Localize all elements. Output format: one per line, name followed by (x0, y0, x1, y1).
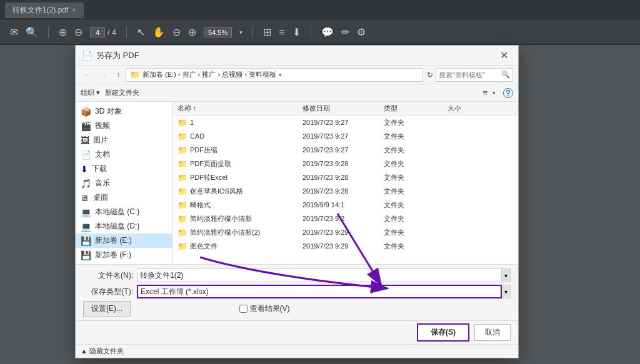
sidebar-item-pictures[interactable]: 🖼 图片 (76, 133, 172, 147)
music-icon: 🎵 (81, 179, 91, 189)
pictures-icon: 🖼 (81, 135, 89, 145)
file-type-apple: 文件夹 (379, 187, 429, 196)
nav-path-content: 📁 新加卷 (E:) › 推广 › 推广 › 总视频 › 资料模板 (130, 70, 276, 79)
nav-back-button[interactable]: ← (81, 69, 94, 81)
file-date-pdfexcel: 2019/7/23 9:28 (298, 174, 379, 181)
sidebar-item-music-label: 音乐 (95, 178, 110, 189)
zoom-out-icon[interactable]: ⊖ (172, 26, 181, 38)
toolbar-separator-4 (311, 26, 311, 39)
nav-forward-button[interactable]: → (97, 69, 111, 81)
dialog-main: 📦 3D 对象 🎬 视频 🖼 图片 📄 文档 ⬇ 下载 (76, 102, 518, 264)
pdf-tab[interactable]: 转换文件1(2).pdf × (5, 2, 84, 18)
filetype-dropdown[interactable]: ▾ (502, 285, 511, 298)
dialog-icon: 📄 (82, 51, 92, 61)
zoom-dropdown-icon[interactable]: ▾ (239, 29, 242, 36)
edit-icon[interactable]: ✏ (341, 26, 349, 38)
file-type-1: 文件夹 (379, 118, 429, 127)
sidebar-item-3d[interactable]: 📦 3D 对象 (76, 104, 172, 119)
filename-input[interactable] (137, 268, 502, 282)
filename-input-wrapper: ▾ (137, 268, 511, 282)
hand-icon[interactable]: ✋ (152, 26, 165, 38)
view-buttons: ≡ ▾ ? (482, 88, 513, 98)
tab-close-button[interactable]: × (72, 6, 76, 14)
save-button[interactable]: 保存(S) (417, 323, 469, 342)
sidebar-item-drive-d[interactable]: 💻 本地磁盘 (D:) (76, 219, 172, 234)
page-current: 4 (90, 27, 105, 37)
search-icon[interactable]: 🔍 (26, 26, 38, 38)
arrow-down-icon[interactable]: ⬇ (292, 26, 301, 38)
col-header-name[interactable]: 名称 ↑ (172, 104, 298, 113)
new-folder-button[interactable]: 新建文件夹 (105, 88, 139, 97)
nav-up-button[interactable]: ↑ (113, 69, 123, 81)
file-name-lemon1: 📁简约淡雅柠檬小清新 (172, 214, 298, 224)
search-icon[interactable]: 🔍 (501, 71, 510, 79)
view-toggle-icon[interactable]: ≡ (482, 88, 488, 97)
sidebar-item-drive-e-label: 新加卷 (E:) (95, 235, 132, 246)
sidebar-item-desktop[interactable]: 🖥 桌面 (76, 190, 172, 205)
file-row[interactable]: 📁PDF页面提取 2019/7/23 9:28 文件夹 (172, 157, 518, 170)
view-result-label[interactable]: 查看结果(V) (250, 303, 290, 314)
zoom-in-icon[interactable]: ⊕ (188, 26, 196, 38)
drive-d-icon: 💻 (81, 222, 91, 232)
toolbar-separator-3 (252, 26, 253, 39)
file-row[interactable]: 📁1 2019/7/23 9:27 文件夹 (172, 116, 518, 129)
settings-button[interactable]: 设置(E)... (83, 301, 131, 317)
nav-refresh-button[interactable]: ↻ (427, 71, 433, 79)
file-row[interactable]: 📁CAD 2019/7/23 9:27 文件夹 (172, 129, 518, 143)
file-name-apple: 📁创意苹果IOS风格 (172, 187, 298, 196)
file-type-qi: 文件夹 (379, 200, 429, 210)
grid-icon[interactable]: ⊞ (263, 26, 271, 38)
download-icon[interactable]: ⊖ (74, 26, 82, 38)
file-row[interactable]: 📁简约淡雅柠檬小清新(2) 2019/7/23 9:29 文件夹 (172, 225, 518, 239)
sidebar-item-downloads[interactable]: ⬇ 下载 (76, 162, 172, 176)
save-as-dialog: 📄 另存为 PDF ✕ ← → ↑ 📁 新加卷 (E:) › 推广 › 推广 ›… (75, 45, 519, 358)
dialog-close-button[interactable]: ✕ (496, 48, 512, 62)
settings-row: 设置(E)... 查看结果(V) (83, 301, 511, 317)
file-date-lemon1: 2019/7/23 9:2 (298, 215, 379, 222)
file-row[interactable]: 📁创意苹果IOS风格 2019/7/23 9:28 文件夹 (172, 184, 518, 198)
pdf-toolbar: ✉ 🔍 ⊕ ⊖ 4 / 4 ↖ ✋ ⊖ ⊕ 54.5% ▾ ⊞ ≡ ⬇ 💬 ✏ … (0, 20, 640, 45)
file-type-cad: 文件夹 (379, 132, 429, 141)
sidebar-item-drive-f[interactable]: 💾 新加卷 (F:) (76, 248, 172, 262)
nav-path-dropdown[interactable]: ▾ (279, 72, 282, 78)
file-row[interactable]: 📁畸格式 2019/9/9 14:1 文件夹 (172, 198, 518, 212)
sidebar-item-3d-label: 3D 对象 (95, 106, 122, 117)
file-row[interactable]: 📁简约淡雅柠檬小清新 2019/7/23 9:2 文件夹 (172, 212, 518, 225)
settings-icon[interactable]: ⚙ (357, 26, 366, 38)
check-row: 查看结果(V) (239, 303, 290, 314)
filename-dropdown[interactable]: ▾ (502, 268, 511, 282)
file-name-qi: 📁畸格式 (172, 200, 298, 210)
sidebar-item-drive-c[interactable]: 💻 本地磁盘 (C:) (76, 205, 172, 219)
sidebar-item-drive-e[interactable]: 💾 新加卷 (E:) (76, 234, 172, 248)
hide-panel-button[interactable]: ▲ 隐藏文件夹 (81, 347, 124, 356)
sidebar-item-music[interactable]: 🎵 音乐 (76, 176, 172, 190)
sidebar-item-video[interactable]: 🎬 视频 (76, 119, 172, 133)
email-icon[interactable]: ✉ (10, 26, 18, 38)
upload-icon[interactable]: ⊕ (59, 26, 67, 38)
col-header-date[interactable]: 修改日期 (298, 104, 379, 113)
drive-e-icon: 💾 (81, 236, 91, 246)
filetype-input[interactable] (137, 285, 502, 298)
chat-icon[interactable]: 💬 (321, 26, 334, 38)
col-header-type[interactable]: 类型 (379, 104, 429, 113)
view-result-checkbox[interactable] (239, 305, 248, 313)
nav-path: 📁 新加卷 (E:) › 推广 › 推广 › 总视频 › 资料模板 ▾ (126, 68, 423, 82)
zoom-level[interactable]: 54.5% (204, 27, 232, 37)
cursor-icon[interactable]: ↖ (137, 26, 145, 38)
col-header-size[interactable]: 大小 (429, 104, 466, 113)
file-row[interactable]: 📁图色文件 2019/7/23 9:29 文件夹 (172, 239, 518, 253)
cancel-button[interactable]: 取消 (474, 324, 511, 341)
view-dropdown-icon[interactable]: ▾ (492, 90, 496, 96)
dialog-filelist: 名称 ↑ 修改日期 类型 大小 📁1 2019/7/23 9:27 文件夹 📁C… (172, 102, 518, 264)
organize-button[interactable]: 组织 ▾ (81, 88, 100, 97)
file-name-1: 📁1 (172, 118, 298, 127)
search-input[interactable] (439, 71, 501, 79)
file-row[interactable]: 📁PDF压缩 2019/7/23 9:27 文件夹 (172, 143, 518, 157)
filetype-label: 保存类型(T): (83, 287, 133, 297)
file-date-cad: 2019/7/23 9:27 (298, 132, 379, 140)
help-icon[interactable]: ? (503, 88, 513, 98)
sidebar-item-documents-label: 文档 (95, 149, 110, 160)
list-icon[interactable]: ≡ (279, 27, 284, 38)
sidebar-item-documents[interactable]: 📄 文档 (76, 147, 172, 162)
file-row[interactable]: 📁PDF转Excel 2019/7/23 9:28 文件夹 (172, 170, 518, 184)
